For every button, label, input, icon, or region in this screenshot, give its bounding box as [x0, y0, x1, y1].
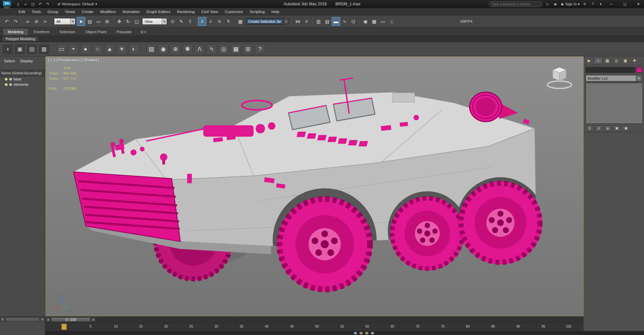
object-name-field[interactable]: [586, 67, 635, 73]
select-by-name-button[interactable]: ▤: [86, 17, 94, 26]
select-and-move-button[interactable]: ✥: [115, 17, 123, 26]
configure-modifier-sets-button[interactable]: ✱: [622, 125, 630, 131]
percent-snap-toggle[interactable]: %: [215, 17, 224, 26]
rendered-frame-window-button[interactable]: ▭: [379, 17, 387, 26]
profile-icon[interactable]: ☻: [552, 1, 558, 7]
visibility-bulb-icon[interactable]: [5, 83, 8, 86]
modeling-flyout-icon[interactable]: ◖: [3, 44, 13, 54]
select-object-button[interactable]: ➤: [77, 17, 85, 26]
reference-coordinate-dropdown[interactable]: View ▾: [142, 18, 167, 25]
make-unique-button[interactable]: ⋔: [604, 125, 612, 131]
tab-populate[interactable]: Populate: [112, 28, 136, 35]
list-item[interactable]: elements: [0, 82, 45, 87]
tab-modify[interactable]: ◗: [594, 57, 602, 64]
menu-customize[interactable]: Customize: [222, 9, 246, 15]
material-editor-button[interactable]: ◉: [361, 17, 370, 26]
redo-button[interactable]: ↷: [11, 17, 20, 26]
cone-primitive-icon[interactable]: ▲: [105, 44, 115, 54]
ring-primitive-icon[interactable]: ○: [93, 44, 103, 54]
window-crossing-toggle[interactable]: ⊞: [103, 17, 111, 26]
tab-freeform[interactable]: Freeform: [29, 28, 54, 35]
sign-in-button[interactable]: ☻ Sign In ▾: [560, 2, 580, 6]
select-and-manipulate-button[interactable]: ✎: [177, 17, 185, 26]
menu-civil-view[interactable]: Civil View: [198, 9, 221, 15]
ball-joint-icon[interactable]: ◉: [158, 44, 168, 54]
tab-modeling[interactable]: Modeling: [3, 28, 29, 35]
search-input[interactable]: [489, 1, 542, 7]
unlink-selection-button[interactable]: ⊘: [32, 17, 41, 26]
array-icon[interactable]: ▩: [231, 44, 241, 54]
modifier-stack[interactable]: [586, 83, 642, 123]
menu-animation[interactable]: Animation: [119, 9, 143, 15]
menu-create[interactable]: Create: [79, 9, 97, 15]
tab-hierarchy[interactable]: ▦: [603, 57, 611, 64]
bones-icon[interactable]: Λ: [195, 44, 205, 54]
tab-selection[interactable]: Selection: [55, 28, 80, 35]
perspective-viewport[interactable]: [ + ] [ Perspective ] [ Shaded ] Total P…: [45, 56, 584, 316]
scrollbar-thumb[interactable]: [5, 317, 40, 321]
snaps-toggle-button[interactable]: 3: [198, 17, 206, 26]
ribbon-config-button[interactable]: ⊞ ▾: [141, 30, 146, 35]
help-menu-button[interactable]: ?: [590, 1, 596, 7]
menu-scripting[interactable]: Scripting: [247, 9, 268, 15]
scene-explorer-hscrollbar[interactable]: ◂ ▸: [0, 316, 45, 322]
next-frame-button[interactable]: ▸: [91, 317, 96, 322]
scene-explorer-tab-select[interactable]: Select: [2, 58, 17, 64]
remove-modifier-button[interactable]: ✖: [613, 125, 621, 131]
undo-quick-button[interactable]: ↶: [37, 1, 44, 7]
select-and-scale-button[interactable]: ◱: [132, 17, 141, 26]
use-pivot-center-button[interactable]: ⊙: [168, 17, 177, 26]
display-mode-icon[interactable]: ▣: [15, 44, 25, 54]
selection-filter-dropdown[interactable]: All ▾: [54, 18, 75, 25]
show-end-result-button[interactable]: ‖: [595, 125, 603, 131]
track-bar[interactable]: 5101520253035404550556065707580859095100: [45, 322, 584, 331]
edit-named-selection-sets-button[interactable]: ▦: [236, 17, 245, 26]
curve-editor-button[interactable]: ∿: [340, 17, 349, 26]
save-file-button[interactable]: ◫: [30, 1, 36, 7]
named-selection-sets-dropdown[interactable]: Create Selection Se ▾: [246, 18, 289, 25]
view-cube[interactable]: [541, 64, 578, 91]
new-scene-button[interactable]: ▯: [15, 1, 21, 7]
workspace-dropdown[interactable]: ⇄ Workspace: Default ▾: [55, 2, 99, 7]
shaded-sphere-icon[interactable]: ◐: [129, 44, 139, 54]
foliage-icon[interactable]: ✽: [182, 44, 193, 54]
spinner-snap-toggle[interactable]: ⇅: [224, 17, 232, 26]
menu-views[interactable]: Views: [62, 9, 78, 15]
toggle-layer-explorer-button[interactable]: ▤: [323, 17, 331, 26]
menu-help[interactable]: Help: [268, 9, 282, 15]
angle-snap-toggle[interactable]: ∠: [207, 17, 215, 26]
tab-motion[interactable]: ◎: [612, 57, 621, 64]
menu-modifiers[interactable]: Modifiers: [97, 9, 119, 15]
help-icon[interactable]: ?: [255, 44, 265, 54]
render-setup-button[interactable]: ▩: [370, 17, 378, 26]
menu-rendering[interactable]: Rendering: [174, 9, 198, 15]
tab-create[interactable]: ▶: [585, 57, 593, 64]
mirror-button[interactable]: ⋈: [293, 17, 302, 26]
brdm-model[interactable]: [46, 57, 583, 316]
open-file-button[interactable]: ▱: [22, 1, 29, 7]
list-item[interactable]: base: [0, 76, 45, 82]
tab-object-paint[interactable]: Object Paint: [81, 28, 111, 35]
time-slider-handle[interactable]: 0 / 100: [51, 317, 91, 322]
container-icon[interactable]: ⊞: [243, 44, 253, 54]
sphere-primitive-icon[interactable]: ●: [80, 44, 91, 54]
scene-explorer-sort-header[interactable]: Name (Sorted Ascending): [0, 70, 45, 76]
menu-graph-editors[interactable]: Graph Editors: [143, 9, 173, 15]
tab-utilities[interactable]: ✚: [630, 57, 639, 64]
close-button[interactable]: ✕: [633, 0, 644, 8]
grid-tools-icon[interactable]: ▤: [27, 44, 37, 54]
select-and-rotate-button[interactable]: ↻: [124, 17, 132, 26]
hatch-pattern-icon[interactable]: ▨: [146, 44, 156, 54]
time-slider-track[interactable]: [96, 318, 583, 322]
polygon-modeling-panel-label[interactable]: Polygon Modeling: [2, 36, 39, 42]
scroll-left-icon[interactable]: ◂: [0, 317, 5, 322]
status-icon[interactable]: [360, 332, 363, 334]
status-icon[interactable]: [354, 332, 357, 334]
viewport-label[interactable]: [ + ] [ Perspective ] [ Shaded ]: [48, 58, 99, 62]
schematic-view-button[interactable]: ⊡: [349, 17, 358, 26]
bind-to-spacewarp-button[interactable]: ≻: [41, 17, 49, 26]
render-production-button[interactable]: ♨: [387, 17, 396, 26]
scroll-right-icon[interactable]: ▸: [40, 317, 45, 322]
align-button[interactable]: ≡: [302, 17, 311, 26]
redo-quick-button[interactable]: ↷: [44, 1, 51, 7]
